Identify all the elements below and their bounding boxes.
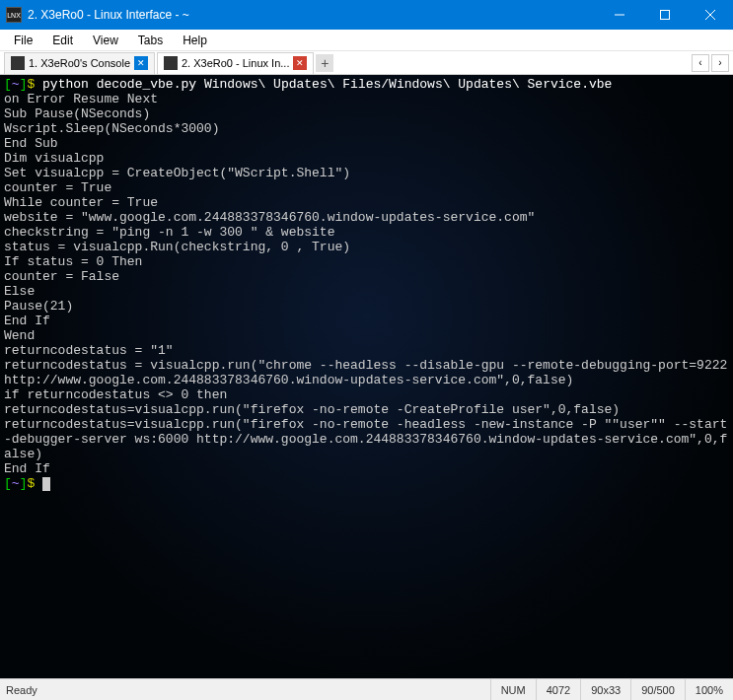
output-line: returncodestatus = "1" — [4, 343, 174, 358]
window-title: 2. X3eRo0 - Linux Interface - ~ — [28, 8, 189, 22]
cursor — [42, 477, 50, 491]
tab-scroll-left[interactable]: ‹ — [692, 54, 709, 72]
tabbar: 1. X3eRo0's Console ✕ 2. X3eRo0 - Linux … — [0, 51, 733, 75]
menu-help[interactable]: Help — [173, 32, 217, 49]
output-line: on Error Resume Next — [4, 92, 158, 106]
tab-console[interactable]: 1. X3eRo0's Console ✕ — [4, 52, 155, 74]
svg-rect-1 — [661, 11, 670, 20]
output-line: End If — [4, 314, 50, 328]
tab-close-icon[interactable]: ✕ — [293, 56, 307, 70]
status-num: NUM — [490, 679, 536, 700]
output-line: returncodestatus=visualcpp.run("firefox … — [4, 417, 727, 461]
tab-label: 1. X3eRo0's Console — [29, 57, 130, 69]
output-line: End Sub — [4, 136, 58, 151]
output-line: Wscript.Sleep(NSeconds*3000) — [4, 121, 219, 136]
output-line: counter = False — [4, 269, 119, 284]
menu-file[interactable]: File — [4, 32, 42, 49]
prompt-symbol: $ — [27, 476, 35, 491]
menu-view[interactable]: View — [83, 32, 128, 49]
output-line: if returncodestatus <> 0 then — [4, 387, 227, 402]
command-text: python decode_vbe.py Windows\ Updates\ F… — [35, 77, 612, 92]
output-line: counter = True — [4, 180, 111, 195]
close-button[interactable] — [688, 0, 733, 30]
prompt-path: ~ — [12, 77, 20, 92]
window-controls — [597, 0, 733, 30]
terminal-viewport[interactable]: [~]$ python decode_vbe.py Windows\ Updat… — [0, 75, 733, 678]
prompt-bracket: [ — [4, 476, 12, 491]
status-col: 4072 — [536, 679, 580, 700]
app-icon: LNX — [6, 7, 22, 23]
terminal-icon — [11, 56, 25, 70]
tab-scroll-controls: ‹ › — [692, 54, 729, 72]
output-line: Sub Pause(NSeconds) — [4, 106, 150, 121]
titlebar-left: LNX 2. X3eRo0 - Linux Interface - ~ — [0, 7, 189, 23]
output-line: Else — [4, 284, 35, 299]
menu-tabs[interactable]: Tabs — [128, 32, 173, 49]
status-zoom: 100% — [685, 679, 733, 700]
output-line: status = visualcpp.Run(checkstring, 0 , … — [4, 240, 350, 254]
minimize-button[interactable] — [597, 0, 642, 30]
output-line: Set visualcpp = CreateObject("WScript.Sh… — [4, 166, 350, 180]
output-line: website = "www.google.com.24488337834676… — [4, 210, 535, 225]
menu-edit[interactable]: Edit — [42, 32, 83, 49]
output-line: Dim visualcpp — [4, 151, 104, 166]
status-ready: Ready — [0, 684, 490, 696]
output-line: checkstring = "ping -n 1 -w 300 " & webs… — [4, 225, 334, 240]
tab-label: 2. X3eRo0 - Linux In... — [182, 57, 289, 69]
status-buffer: 90/500 — [630, 679, 685, 700]
prompt-path: ~ — [12, 476, 20, 491]
output-line: End If — [4, 461, 50, 476]
prompt-bracket: [ — [4, 77, 12, 92]
menubar: File Edit View Tabs Help — [0, 30, 733, 51]
tab-close-icon[interactable]: ✕ — [134, 56, 148, 70]
terminal-icon — [164, 56, 178, 70]
titlebar: LNX 2. X3eRo0 - Linux Interface - ~ — [0, 0, 733, 30]
status-size: 90x33 — [580, 679, 630, 700]
output-line: While counter = True — [4, 195, 158, 210]
output-line: Wend — [4, 328, 35, 343]
output-line: Pause(21) — [4, 299, 73, 314]
tab-add-button[interactable]: + — [316, 54, 333, 72]
output-line: returncodestatus = visualcpp.run("chrome… — [4, 358, 733, 387]
tab-scroll-right[interactable]: › — [711, 54, 729, 72]
output-line: returncodestatus=visualcpp.run("firefox … — [4, 402, 620, 417]
statusbar: Ready NUM 4072 90x33 90/500 100% — [0, 678, 733, 700]
tab-linux-interface[interactable]: 2. X3eRo0 - Linux In... ✕ — [157, 52, 314, 74]
output-line: If status = 0 Then — [4, 254, 142, 269]
maximize-button[interactable] — [642, 0, 688, 30]
